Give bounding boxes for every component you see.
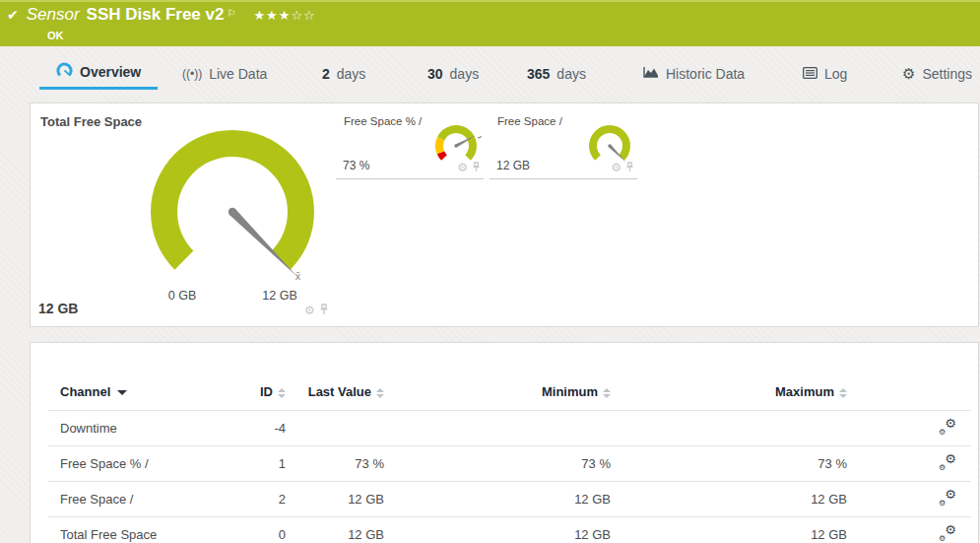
channel-maximum: 73 % xyxy=(612,446,848,482)
channel-maximum: 12 GB xyxy=(612,482,848,517)
gauge-icon xyxy=(56,62,73,82)
gauge-title: Free Space % / xyxy=(344,115,422,127)
channel-id: 2 xyxy=(247,482,287,517)
sort-icon xyxy=(376,388,384,398)
table-row[interactable]: Downtime -4 ⚙⚙ xyxy=(48,411,971,446)
table-row[interactable]: Total Free Space 0 12 GB 12 GB 12 GB ⚙⚙ xyxy=(48,517,971,543)
tab-settings[interactable]: ⚙ Settings xyxy=(902,57,972,90)
edit-channel-gears-icon[interactable]: ⚙⚙ xyxy=(939,420,956,435)
edit-channel-gears-icon[interactable]: ⚙⚙ xyxy=(939,491,956,506)
tile-gear-icon[interactable]: ⚙ xyxy=(457,162,468,173)
free-space-pct-tile[interactable]: Free Space % / 73 % ⚙ xyxy=(336,111,484,179)
channel-last-value: 12 GB xyxy=(287,482,385,517)
gear-icon: ⚙ xyxy=(902,66,915,81)
channel-last-value: 12 GB xyxy=(287,517,385,543)
tab-overview[interactable]: Overview xyxy=(39,57,158,90)
total-free-space-gauge: x̄ xyxy=(144,117,321,287)
gauge-current-value: 73 % xyxy=(343,159,369,172)
tab-2-days[interactable]: 2 days xyxy=(322,57,365,90)
channel-maximum xyxy=(612,411,848,446)
channel-id: 1 xyxy=(247,446,287,482)
channel-name: Free Space / xyxy=(48,482,247,517)
gauge-title: Total Free Space xyxy=(40,114,142,129)
sort-desc-icon xyxy=(117,390,127,395)
priority-stars[interactable]: ★★★☆☆ xyxy=(253,8,315,23)
svg-text:x̄: x̄ xyxy=(295,271,301,282)
tab-30-days-number: 30 xyxy=(427,66,443,82)
channels-table: Channel ID Last Value Minimum Maximum xyxy=(48,373,971,543)
channel-name: Free Space % / xyxy=(48,446,247,482)
tile-gear-icon[interactable]: ⚙ xyxy=(304,305,315,316)
channel-minimum xyxy=(385,411,612,446)
tab-2-days-label: days xyxy=(337,66,366,82)
column-header-channel[interactable]: Channel xyxy=(48,373,247,411)
column-header-last-value-label: Last Value xyxy=(308,384,371,399)
channel-name: Downtime xyxy=(48,411,247,446)
column-header-id[interactable]: ID xyxy=(247,373,287,411)
gauge-title: Free Space / xyxy=(497,115,562,127)
channel-id: -4 xyxy=(247,411,287,446)
free-space-tile[interactable]: Free Space / 12 GB ⚙ xyxy=(490,111,637,179)
tab-365-days-label: days xyxy=(556,66,586,82)
column-header-maximum[interactable]: Maximum xyxy=(612,373,848,411)
stars-empty: ☆☆ xyxy=(291,8,315,23)
channel-minimum: 12 GB xyxy=(385,482,612,517)
column-header-maximum-label: Maximum xyxy=(775,384,834,399)
table-row[interactable]: Free Space % / 1 73 % 73 % 73 % ⚙⚙ xyxy=(48,446,971,482)
channel-name: Total Free Space xyxy=(48,517,247,543)
gauge-min-label: 0 GB xyxy=(168,289,197,303)
channel-last-value xyxy=(287,411,385,446)
channel-last-value: 73 % xyxy=(287,446,385,482)
tab-settings-label: Settings xyxy=(922,66,972,82)
sensor-status-banner: ✔ Sensor SSH Disk Free v2 ⚐ ★★★☆☆ OK xyxy=(0,0,980,46)
channel-maximum: 12 GB xyxy=(612,517,848,543)
tab-30-days-label: days xyxy=(450,66,480,82)
channel-minimum: 73 % xyxy=(385,446,612,482)
sort-icon xyxy=(839,388,847,398)
tab-live-data[interactable]: ((•)) Live Data xyxy=(182,57,267,90)
gauge-current-value: 12 GB xyxy=(496,159,530,172)
tab-30-days[interactable]: 30 days xyxy=(427,57,479,90)
tab-2-days-number: 2 xyxy=(322,66,330,82)
status-badge: OK xyxy=(47,30,64,41)
column-header-channel-label: Channel xyxy=(60,384,110,399)
sensor-title: SSH Disk Free v2 xyxy=(87,5,225,25)
tab-historic-data[interactable]: Historic Data xyxy=(643,57,745,90)
edit-channel-gears-icon[interactable]: ⚙⚙ xyxy=(939,526,956,541)
tab-overview-label: Overview xyxy=(80,64,141,80)
ok-check-icon: ✔ xyxy=(7,7,19,23)
stars-filled: ★★★ xyxy=(253,8,291,23)
broadcast-icon: ((•)) xyxy=(182,67,202,81)
tab-historic-data-label: Historic Data xyxy=(666,66,745,82)
table-row[interactable]: Free Space / 2 12 GB 12 GB 12 GB ⚙⚙ xyxy=(48,482,971,517)
tile-gear-icon[interactable]: ⚙ xyxy=(611,162,621,173)
sort-icon xyxy=(603,388,611,398)
channel-id: 0 xyxy=(247,517,287,543)
tab-log-label: Log xyxy=(824,66,847,82)
tab-live-data-label: Live Data xyxy=(209,66,267,82)
gauge-current-value: 12 GB xyxy=(38,301,78,316)
flag-icon[interactable]: ⚐ xyxy=(227,8,235,19)
tile-pin-icon[interactable] xyxy=(625,159,634,176)
column-header-minimum[interactable]: Minimum xyxy=(385,373,612,411)
tile-pin-icon[interactable] xyxy=(319,302,329,319)
channels-panel: Channel ID Last Value Minimum Maximum xyxy=(30,342,979,543)
total-free-space-tile[interactable]: Total Free Space x̄ 0 GB 12 GB 12 GB ⚙ xyxy=(31,103,334,326)
tile-pin-icon[interactable] xyxy=(472,159,481,176)
tab-365-days[interactable]: 365 days xyxy=(527,57,586,90)
tab-log[interactable]: Log xyxy=(803,57,847,90)
tab-365-days-number: 365 xyxy=(527,66,550,82)
log-icon xyxy=(803,66,817,82)
area-chart-icon xyxy=(643,66,659,82)
object-kind-label: Sensor xyxy=(27,5,80,25)
sort-icon xyxy=(278,388,286,398)
channel-minimum: 12 GB xyxy=(385,517,612,543)
edit-channel-gears-icon[interactable]: ⚙⚙ xyxy=(939,455,956,470)
gauge-max-label: 12 GB xyxy=(262,289,296,303)
column-header-minimum-label: Minimum xyxy=(542,384,598,399)
column-header-last-value[interactable]: Last Value xyxy=(287,373,385,411)
column-header-id-label: ID xyxy=(260,384,273,399)
gauges-panel: Total Free Space x̄ 0 GB 12 GB 12 GB ⚙ F… xyxy=(30,102,979,327)
